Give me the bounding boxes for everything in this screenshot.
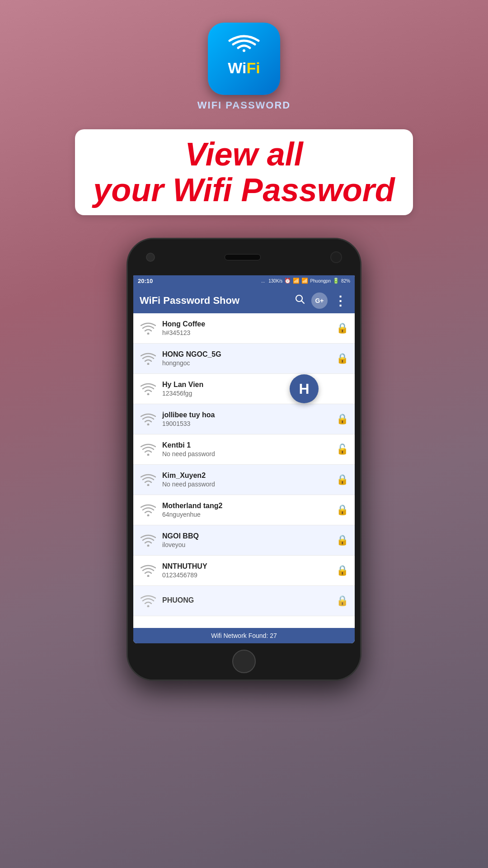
wifi-signal-icon — [140, 592, 157, 609]
wifi-item[interactable]: Kim_Xuyen2 No need password 🔒 — [133, 465, 355, 495]
svg-point-9 — [147, 545, 150, 547]
svg-point-5 — [147, 424, 150, 426]
status-speed: 130K/s — [268, 278, 282, 283]
wifi-info: NNTHUTHUY 0123456789 — [162, 562, 333, 579]
app-icon: WiFi — [208, 23, 280, 95]
svg-point-3 — [147, 363, 150, 365]
svg-point-8 — [147, 514, 150, 517]
status-dots: ... — [261, 278, 265, 283]
wifi-info: jollibee tuy hoa 19001533 — [162, 411, 333, 427]
wifi-info: HONG NGOC_5G hongngoc — [162, 350, 333, 367]
svg-point-7 — [147, 484, 150, 486]
wifi-name: NGOI BBQ — [162, 532, 333, 540]
lock-icon: 🔒 — [336, 474, 348, 486]
wifi-signal-icon — [140, 320, 157, 337]
wifi-item[interactable]: PHUONG 🔒 — [133, 586, 355, 616]
home-button[interactable] — [232, 650, 256, 673]
lock-icon: 🔒 — [336, 534, 348, 546]
wifi-password: No need password — [162, 481, 333, 488]
wifi-info: Kim_Xuyen2 No need password — [162, 472, 333, 488]
wifi-signal-icon — [140, 562, 157, 579]
svg-line-1 — [302, 301, 305, 304]
status-bar: 20:10 ... 130K/s ⏰ 📶 📶 Phuongpn 🔋 82% — [133, 274, 355, 288]
svg-point-6 — [147, 454, 150, 456]
status-time: 20:10 — [138, 278, 153, 284]
wifi-name: Kentbi 1 — [162, 441, 333, 449]
wifi-password: iloveyou — [162, 541, 333, 548]
lock-icon: 🔒 — [336, 504, 348, 516]
wifi-item[interactable]: Hong Coffee h#345123 🔒 — [133, 313, 355, 344]
wifi-info: Kentbi 1 No need password — [162, 441, 333, 458]
more-menu-icon[interactable]: ⋮ — [332, 292, 348, 310]
wifi-item[interactable]: Hy Lan Vien 123456fgg H 🔒 — [133, 374, 355, 404]
wifi-list: Hong Coffee h#345123 🔒 HONG NGOC_5G — [133, 313, 355, 628]
lock-icon: 🔒 — [336, 353, 348, 364]
wifi-password: 0123456789 — [162, 571, 333, 579]
app-header-title: WiFi Password Show — [140, 295, 289, 307]
status-battery-icon: 🔋 — [333, 278, 339, 284]
search-icon[interactable] — [293, 292, 307, 309]
wifi-info: Hong Coffee h#345123 — [162, 320, 333, 336]
phone-speaker — [225, 254, 261, 260]
lock-icon: 🔒 — [336, 565, 348, 576]
status-user: Phuongpn — [310, 278, 331, 283]
wifi-signal-icon — [140, 410, 157, 428]
wifi-name: Hong Coffee — [162, 320, 333, 328]
lock-icon: 🔓 — [336, 443, 348, 455]
status-signal-icon: 📶 — [301, 278, 308, 284]
wifi-item[interactable]: NNTHUTHUY 0123456789 🔒 — [133, 556, 355, 586]
wifi-signal-icon — [140, 471, 157, 488]
headline-line1: View all — [93, 137, 394, 172]
headline-box: View all your Wifi Password — [75, 129, 413, 215]
wifi-name: HONG NGOC_5G — [162, 350, 333, 359]
svg-point-11 — [147, 605, 150, 608]
status-wifi-icon: 📶 — [293, 278, 300, 284]
footer-text: Wifi Network Found: 27 — [211, 632, 277, 639]
wifi-password: 19001533 — [162, 420, 333, 427]
wifi-name: NNTHUTHUY — [162, 562, 333, 571]
status-alarm-icon: ⏰ — [284, 278, 291, 284]
wifi-info: Motherland tang2 64nguyenhue — [162, 502, 333, 518]
footer-bar: Wifi Network Found: 27 — [133, 628, 355, 643]
wifi-password: 64nguyenhue — [162, 511, 333, 518]
wifi-signal-icon — [140, 441, 157, 458]
status-right-icons: ... 130K/s ⏰ 📶 📶 Phuongpn 🔋 82% — [261, 278, 350, 284]
phone-mockup: 20:10 ... 130K/s ⏰ 📶 📶 Phuongpn 🔋 82% Wi… — [127, 238, 361, 681]
wifi-name: jollibee tuy hoa — [162, 411, 333, 419]
lock-icon: 🔒 — [336, 413, 348, 425]
phone-bottom — [128, 643, 360, 679]
wifi-signal-icon — [140, 501, 157, 519]
front-camera-left — [146, 253, 155, 262]
svg-point-2 — [147, 333, 150, 335]
wifi-password: No need password — [162, 450, 333, 458]
wifi-signal-icon — [140, 350, 157, 367]
lock-icon: 🔒 — [336, 322, 348, 334]
h-badge: H — [290, 374, 319, 403]
wifi-item[interactable]: NGOI BBQ iloveyou 🔒 — [133, 525, 355, 556]
wifi-name: Motherland tang2 — [162, 502, 333, 510]
svg-point-4 — [147, 393, 150, 396]
wifi-info: PHUONG — [162, 596, 333, 605]
app-icon-section: WiFi WIFI PASSWORD — [197, 23, 291, 111]
lock-icon: 🔒 — [336, 595, 348, 607]
wifi-item[interactable]: HONG NGOC_5G hongngoc 🔒 — [133, 344, 355, 374]
wifi-item[interactable]: Kentbi 1 No need password 🔓 — [133, 434, 355, 465]
phone-top-bar — [128, 239, 360, 275]
google-plus-icon: G+ — [315, 297, 324, 304]
wifi-name: PHUONG — [162, 596, 333, 604]
wifi-signal-icon — [140, 532, 157, 549]
wifi-password: h#345123 — [162, 329, 333, 336]
google-plus-button[interactable]: G+ — [311, 292, 328, 309]
wifi-password: hongngoc — [162, 359, 333, 367]
wifi-item[interactable]: jollibee tuy hoa 19001533 🔒 — [133, 404, 355, 434]
front-camera-right — [330, 251, 342, 263]
wifi-signal-icon — [140, 380, 157, 397]
svg-point-10 — [147, 575, 150, 577]
app-icon-label: WIFI PASSWORD — [197, 99, 291, 111]
wifi-item[interactable]: Motherland tang2 64nguyenhue 🔒 — [133, 495, 355, 525]
headline-line2: your Wifi Password — [93, 172, 394, 208]
status-battery: 82% — [341, 278, 350, 283]
app-header: WiFi Password Show G+ ⋮ — [133, 288, 355, 313]
phone-screen: 20:10 ... 130K/s ⏰ 📶 📶 Phuongpn 🔋 82% Wi… — [133, 274, 355, 643]
wifi-info: NGOI BBQ iloveyou — [162, 532, 333, 548]
